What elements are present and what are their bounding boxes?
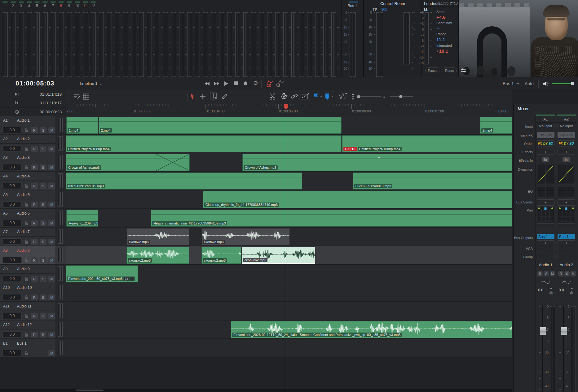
- clip[interactable]: ElevenLabs_2026-02-12T19_50_24_Hale - Sm…: [231, 321, 512, 338]
- track-header-a11[interactable]: A11Audio 110.0RSM: [0, 302, 55, 320]
- reset-button[interactable]: Reset: [442, 68, 457, 73]
- monitor-bus-label[interactable]: Bus 1: [503, 81, 514, 86]
- mixer-dynamics-graph[interactable]: [558, 164, 575, 184]
- mixer-vca-selector[interactable]: [558, 246, 575, 251]
- track-header-b1[interactable]: B1Bus 10.0M: [0, 339, 55, 357]
- mixer-bus-sends-add-button[interactable]: +: [558, 199, 575, 206]
- loop-button[interactable]: ⟳: [254, 80, 258, 87]
- mixer-r-button[interactable]: R: [558, 271, 563, 277]
- mixer-r-button[interactable]: R: [537, 271, 543, 277]
- mixer-pan-pad[interactable]: [537, 207, 554, 224]
- track-gain-value[interactable]: 0.0: [2, 127, 22, 133]
- pause-button[interactable]: Pause: [425, 68, 440, 73]
- m-button[interactable]: M: [48, 146, 55, 152]
- m-button[interactable]: M: [48, 313, 55, 319]
- lock-icon[interactable]: [24, 128, 29, 133]
- marker-chevron-icon[interactable]: ⌄: [331, 94, 333, 98]
- horizontal-zoom-icon[interactable]: ‹ ›: [382, 94, 385, 99]
- m-button[interactable]: M: [48, 257, 55, 263]
- automation-toggle-icon[interactable]: [266, 80, 274, 88]
- clip[interactable]: 1.mp4: [66, 117, 98, 134]
- mixer-input-button[interactable]: No Input: [558, 123, 575, 129]
- clip[interactable]: Close-up_rhythmic_fo_#4-1770836354740.mp…: [203, 191, 512, 208]
- mixer-vca-selector[interactable]: [537, 246, 554, 251]
- r-button[interactable]: R: [31, 257, 38, 263]
- lock-icon[interactable]: [24, 351, 29, 355]
- track-header-a9[interactable]: A9Audio 90.0RSM: [0, 265, 55, 283]
- fader-stepper[interactable]: [549, 287, 553, 294]
- monitor-volume-handle[interactable]: [571, 82, 574, 85]
- m-button[interactable]: M: [48, 183, 55, 189]
- track-gain-value[interactable]: 0.0: [2, 183, 22, 189]
- r-button[interactable]: R: [31, 313, 38, 319]
- clip[interactable]: 03cc603912ad819.mp3: [66, 172, 302, 189]
- r-button[interactable]: R: [31, 332, 38, 338]
- monitor-volume-slider[interactable]: [552, 83, 574, 84]
- mixer-bus-output-button[interactable]: Bus 1: [537, 234, 554, 239]
- trim-tool-icon[interactable]: [200, 94, 206, 100]
- mixer-bus-output-add-button[interactable]: +: [537, 240, 554, 245]
- s-button[interactable]: S: [40, 183, 46, 189]
- automation-settings-icon[interactable]: ⚙: [276, 80, 285, 88]
- tp-value[interactable]: -100: [380, 7, 387, 12]
- r-button[interactable]: R: [31, 202, 38, 207]
- s-button[interactable]: S: [40, 146, 46, 152]
- track-gain-value[interactable]: 0.0: [2, 220, 22, 226]
- track-gain-value[interactable]: 0.0: [2, 146, 22, 152]
- m-button[interactable]: M: [48, 220, 55, 226]
- mixer-order-button[interactable]: FXDYEQ: [558, 140, 575, 146]
- fader-track[interactable]: [563, 306, 564, 392]
- mixer-eq-graph[interactable]: [558, 187, 575, 197]
- track-gain-value[interactable]: 0.0: [2, 350, 22, 356]
- mixer-input-button[interactable]: No Input: [537, 123, 554, 129]
- fader-track[interactable]: [542, 306, 543, 392]
- clip[interactable]: +00:10Untitled Project-1080p.mp4: [342, 135, 512, 152]
- track-gain-value[interactable]: 0.0: [2, 238, 22, 245]
- mixer-trackfx-button[interactable]: Dial Lev: [537, 132, 554, 138]
- pencil-tool-icon[interactable]: [221, 93, 228, 100]
- r-button[interactable]: R: [31, 146, 38, 152]
- mixer-bus-sends-add-button[interactable]: +: [537, 199, 554, 206]
- mixer-effects-in-button[interactable]: In: [542, 157, 549, 162]
- track-header-a7[interactable]: A7Audio 70.0RSM: [0, 228, 55, 246]
- position-lock-icon[interactable]: [301, 92, 310, 101]
- r-button[interactable]: R: [31, 294, 38, 300]
- r-button[interactable]: R: [31, 127, 38, 133]
- s-button[interactable]: S: [40, 257, 46, 263]
- lock-icon[interactable]: [24, 146, 29, 151]
- loudness-menu-button[interactable]: •••: [451, 1, 455, 4]
- timeline-ruler[interactable]: 00:02:0001:00:03:0001:00:04:0001:00:05:0…: [66, 104, 512, 116]
- clip[interactable]: ElevenLabs_202...50_sb75_v3.mp3ƒx◔: [66, 265, 138, 282]
- vertical-zoom-handle[interactable]: [357, 95, 360, 98]
- track-gain-value[interactable]: 0.0: [2, 164, 22, 170]
- track-gain-value[interactable]: 0.0: [2, 201, 22, 207]
- stop-button[interactable]: [233, 81, 239, 86]
- track-index-icon[interactable]: [83, 94, 89, 100]
- s-button[interactable]: S: [40, 294, 46, 300]
- lock-icon[interactable]: [24, 313, 29, 318]
- mixer-order-button[interactable]: FXDYEQ: [537, 140, 554, 146]
- lock-icon[interactable]: [24, 258, 29, 263]
- clip[interactable]: 2.mp4: [99, 117, 342, 134]
- s-button[interactable]: S: [40, 332, 46, 338]
- play-button[interactable]: [224, 81, 229, 86]
- s-button[interactable]: S: [40, 202, 46, 207]
- track-gain-value[interactable]: 0.0: [2, 294, 22, 300]
- r-button[interactable]: R: [31, 164, 38, 170]
- lock-icon[interactable]: [24, 183, 29, 188]
- m-button[interactable]: M: [48, 332, 55, 338]
- lock-icon[interactable]: [24, 202, 29, 207]
- m-button[interactable]: M: [48, 276, 55, 282]
- m-button[interactable]: M: [48, 294, 55, 300]
- mixer-group-selector[interactable]: [558, 254, 575, 259]
- mixer-effects-in-button[interactable]: In: [563, 157, 570, 162]
- mixer-fader-value[interactable]: 0.0: [538, 288, 543, 292]
- track-header-a6[interactable]: A6Audio 60.0RSM: [0, 209, 55, 227]
- clip[interactable]: Untitled Project-1080p.mp4: [66, 135, 342, 152]
- clip[interactable]: Heavy_c...239.mp3: [66, 210, 98, 227]
- selection-tool-icon[interactable]: [190, 93, 195, 100]
- lock-icon[interactable]: [24, 276, 29, 281]
- s-button[interactable]: S: [40, 313, 46, 319]
- speaker-icon[interactable]: [542, 80, 549, 87]
- clip[interactable]: сколько2.mp3: [126, 247, 189, 264]
